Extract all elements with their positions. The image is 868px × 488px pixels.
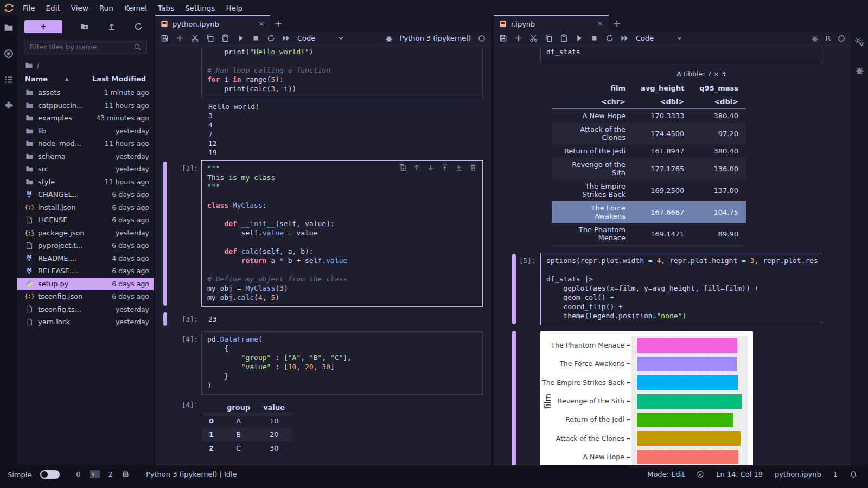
table-of-contents-icon[interactable]: [4, 75, 14, 85]
file-row-tsconfig-json[interactable]: {:}tsconfig.json6 days ago: [17, 290, 154, 303]
code-cell-scrolled[interactable]: df_stats: [540, 46, 822, 63]
kernel-status-icon[interactable]: [478, 35, 486, 42]
menu-item-tabs[interactable]: Tabs: [152, 4, 180, 12]
menu-item-settings[interactable]: Settings: [180, 4, 220, 12]
chevron-down-icon[interactable]: [337, 35, 344, 42]
file-row-package-json[interactable]: {:}package.jsonyesterday: [17, 227, 154, 240]
menu-item-kernel[interactable]: Kernel: [119, 4, 152, 12]
menu-item-help[interactable]: Help: [220, 4, 248, 12]
kernel-name[interactable]: Python 3 (ipykernel): [400, 34, 471, 42]
debugger-bug-icon[interactable]: [855, 66, 864, 75]
active-file-name[interactable]: python.ipynb: [775, 470, 821, 478]
restart-run-all-icon[interactable]: [621, 34, 629, 42]
new-tab-button[interactable]: +: [270, 15, 286, 31]
file-row-lib[interactable]: libyesterday: [17, 125, 154, 138]
move-down-icon[interactable]: [427, 164, 435, 171]
output-collapser[interactable]: [163, 99, 167, 159]
cell-collapser[interactable]: [512, 47, 516, 62]
file-row-release-[interactable]: MRELEASE....6 days ago: [17, 265, 154, 278]
file-row-setup-py[interactable]: setup.py6 days ago: [17, 278, 154, 291]
new-tab-button[interactable]: +: [609, 15, 625, 31]
active-output-collapser[interactable]: [163, 312, 167, 326]
sessions-indicator[interactable]: 0 $_ 2: [76, 470, 130, 478]
file-row-yarn-lock[interactable]: yarn.lockyesterday: [17, 316, 154, 329]
upload-icon[interactable]: [107, 22, 116, 31]
file-row-assets[interactable]: assets1 minute ago: [17, 86, 154, 99]
file-row-changel-[interactable]: MCHANGEL...6 days ago: [17, 188, 154, 201]
kernel-status-text[interactable]: Python 3 (ipykernel) | Idle: [146, 470, 237, 478]
kernel-status-icon[interactable]: [838, 35, 845, 42]
trust-shield-icon[interactable]: [697, 471, 704, 478]
active-cell-collapser[interactable]: [163, 162, 167, 306]
close-icon[interactable]: [258, 21, 265, 27]
file-row-readme-[interactable]: MREADME....4 days ago: [17, 252, 154, 265]
insert-above-icon[interactable]: [441, 164, 449, 171]
column-header-modified[interactable]: Last Modified: [92, 75, 146, 83]
file-row-style[interactable]: style11 hours ago: [17, 176, 154, 189]
menu-item-edit[interactable]: Edit: [41, 4, 66, 12]
file-row-catppuccin-[interactable]: catppuccin...11 hours ago: [17, 99, 154, 112]
code-cell-scrolled[interactable]: print("Hello world!") # Run loop calling…: [201, 46, 483, 98]
cut-icon[interactable]: [191, 34, 199, 42]
paste-icon[interactable]: [560, 34, 568, 42]
cut-icon[interactable]: [529, 34, 538, 42]
new-folder-icon[interactable]: [80, 22, 89, 31]
debugger-bug-icon[interactable]: [811, 35, 819, 42]
menu-item-run[interactable]: Run: [94, 4, 119, 12]
save-icon[interactable]: [161, 34, 169, 42]
file-row-license[interactable]: LICENSE6 days ago: [17, 214, 154, 227]
cell-type-select[interactable]: Code: [636, 34, 654, 42]
bell-icon[interactable]: [850, 471, 857, 478]
kernel-name[interactable]: R: [826, 34, 831, 42]
file-row-src[interactable]: srcyesterday: [17, 163, 154, 176]
insert-cell-icon[interactable]: [514, 34, 522, 42]
extensions-icon[interactable]: [4, 101, 14, 111]
property-inspector-icon[interactable]: [854, 37, 865, 47]
insert-cell-icon[interactable]: [176, 34, 184, 42]
insert-below-icon[interactable]: [455, 164, 463, 171]
active-code-cell[interactable]: """This is my class""" class MyClass: de…: [201, 160, 483, 307]
active-code-cell[interactable]: options(repr.plot.width = 4, repr.plot.h…: [540, 253, 822, 325]
chevron-down-icon[interactable]: [676, 35, 683, 42]
save-icon[interactable]: [499, 34, 507, 42]
output-collapser[interactable]: [512, 65, 516, 244]
run-icon[interactable]: [575, 34, 583, 42]
code-cell[interactable]: pd.DataFrame( { "group" : ["A", "B", "C"…: [201, 331, 483, 395]
move-up-icon[interactable]: [413, 164, 420, 171]
run-icon[interactable]: [237, 34, 245, 42]
tab-r-ipynb[interactable]: r.ipynb: [494, 15, 609, 31]
file-row-node-mod-[interactable]: node_mod...11 hours ago: [17, 137, 154, 150]
file-row-tsconfig-ts-[interactable]: tsconfig.ts...yesterday: [17, 303, 154, 316]
copy-icon[interactable]: [206, 34, 214, 42]
duplicate-cell-icon[interactable]: [399, 164, 406, 171]
running-kernels-icon[interactable]: [4, 49, 14, 59]
menu-item-view[interactable]: View: [66, 4, 94, 12]
file-row-install-json[interactable]: {:}install.json6 days ago: [17, 201, 154, 214]
cell-collapser[interactable]: [163, 332, 167, 394]
breadcrumb[interactable]: /: [17, 57, 154, 72]
refresh-icon[interactable]: [134, 22, 143, 31]
stop-icon[interactable]: [252, 34, 260, 42]
file-browser-icon[interactable]: [4, 23, 14, 33]
active-cell-collapser[interactable]: [512, 254, 516, 324]
restart-run-all-icon[interactable]: [282, 34, 290, 42]
file-row-examples[interactable]: examples43 minutes ago: [17, 112, 154, 125]
close-icon[interactable]: [597, 21, 603, 27]
new-launcher-button[interactable]: +: [24, 20, 62, 33]
delete-cell-icon[interactable]: [469, 164, 477, 171]
column-header-name[interactable]: Name: [25, 75, 48, 83]
stop-icon[interactable]: [590, 34, 598, 42]
tab-python-ipynb[interactable]: python.ipynb: [155, 15, 270, 31]
active-output-collapser[interactable]: [512, 331, 516, 465]
menu-item-file[interactable]: File: [17, 4, 41, 12]
restart-kernel-icon[interactable]: [267, 34, 275, 42]
file-row-pyproject-t-[interactable]: pyproject.t...6 days ago: [17, 239, 154, 252]
cell-type-select[interactable]: Code: [297, 34, 315, 42]
output-collapser[interactable]: [163, 398, 167, 454]
copy-icon[interactable]: [545, 34, 553, 42]
simple-mode-toggle[interactable]: [40, 470, 60, 479]
paste-icon[interactable]: [221, 34, 229, 42]
cell-collapser[interactable]: [163, 47, 167, 97]
filter-files-input[interactable]: Filter files by name: [24, 40, 147, 54]
debugger-bug-icon[interactable]: [385, 35, 393, 42]
